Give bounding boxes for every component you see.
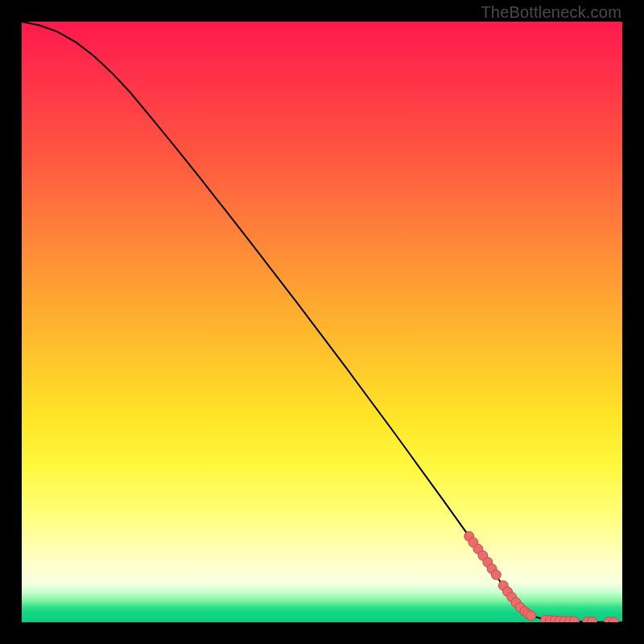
marker-dot: [526, 611, 536, 621]
marker-dot: [569, 617, 579, 622]
data-markers: [464, 531, 619, 622]
curve-overlay: [22, 22, 622, 622]
marker-dot: [491, 570, 501, 580]
chart-frame: TheBottleneck.com: [0, 0, 644, 644]
main-curve: [22, 22, 622, 622]
plot-area: [22, 22, 622, 622]
watermark-text: TheBottleneck.com: [481, 3, 621, 22]
